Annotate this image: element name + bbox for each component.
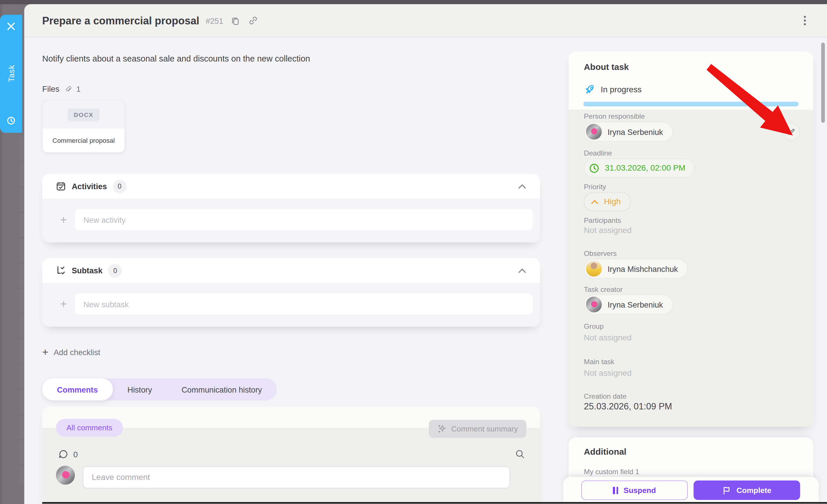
task-id: #251	[206, 16, 224, 25]
status-progress-bar	[583, 102, 798, 106]
copy-icon[interactable]	[231, 16, 241, 25]
dimmed-app-topbar	[0, 0, 827, 4]
person-responsible-chip[interactable]: Iryna Serbeniuk	[584, 122, 673, 142]
participants-value: Not assigned	[584, 225, 632, 235]
subtask-title: Subtask	[72, 266, 103, 275]
screen: Task Prepare a commercial proposal #251 …	[0, 0, 827, 504]
additional-title: Additional	[584, 447, 626, 457]
subtask-header: Subtask 0	[42, 258, 540, 283]
task-modal: Prepare a commercial proposal #251 Notif…	[25, 4, 827, 504]
all-comments-filter[interactable]: All comments	[56, 419, 123, 437]
sparkles-icon	[437, 424, 446, 434]
creation-date-value: 25.03.2026, 01:09 PM	[584, 402, 672, 412]
new-activity-input[interactable]	[75, 209, 533, 230]
task-creator-chip[interactable]: Iryna Serbeniuk	[584, 294, 673, 315]
main-task-label: Main task	[584, 358, 614, 366]
pause-icon	[613, 487, 619, 494]
main-task-value: Not assigned	[584, 368, 632, 378]
comment-bubble-icon	[58, 449, 68, 459]
deadline-value[interactable]: 31.03.2026, 02:00 PM	[584, 159, 694, 178]
status-selector[interactable]: In progress	[584, 84, 642, 95]
tab-comments[interactable]: Comments	[42, 378, 112, 400]
activities-section: Activities 0 +	[42, 174, 540, 242]
window-bottom-edge	[42, 502, 827, 503]
activities-count: 0	[113, 179, 126, 193]
rocket-icon	[584, 84, 595, 95]
person-responsible-label: Person responsible	[584, 112, 645, 120]
tab-communication-history[interactable]: Communication history	[167, 378, 277, 400]
task-title: Prepare a commercial proposal	[42, 14, 199, 27]
creation-date-label: Creation date	[584, 393, 627, 400]
paperclip-icon	[64, 85, 72, 93]
activities-header: Activities 0	[42, 174, 540, 199]
chevron-up-icon[interactable]	[518, 184, 526, 189]
tab-history[interactable]: History	[113, 378, 167, 400]
priority-label: Priority	[584, 183, 606, 190]
task-description: Notify clients about a seasonal sale and…	[42, 54, 310, 64]
comment-count: 0	[58, 449, 78, 459]
deadline-label: Deadline	[584, 149, 612, 157]
scrollbar-thumb[interactable]	[821, 43, 825, 123]
task-header: Prepare a commercial proposal #251	[25, 4, 827, 38]
about-task-title: About task	[584, 62, 629, 72]
file-card[interactable]: DOCX Commercial proposal	[42, 100, 125, 153]
observer-chip[interactable]: Iryna Mishchanchuk	[584, 259, 688, 279]
avatar	[586, 261, 601, 277]
about-task-panel: About task In progress Person responsibl…	[569, 52, 813, 427]
kebab-menu-icon[interactable]	[800, 15, 810, 26]
pencil-icon	[787, 128, 795, 135]
subtask-icon	[56, 266, 66, 275]
status-label: In progress	[601, 85, 642, 94]
group-label: Group	[584, 322, 603, 330]
subtask-count: 0	[108, 264, 122, 277]
edit-responsible-button[interactable]	[782, 123, 800, 141]
priority-value[interactable]: High	[584, 192, 631, 211]
comment-summary-button[interactable]: Comment summary	[429, 420, 526, 438]
complete-button[interactable]: Complete	[694, 481, 800, 500]
detail-tabs: Comments History Communication history	[42, 378, 277, 400]
file-preview: DOCX	[43, 101, 124, 128]
observers-label: Observers	[584, 250, 617, 258]
clock-icon	[6, 116, 16, 125]
chevron-up-icon	[591, 199, 599, 204]
subtask-section: Subtask 0 +	[42, 258, 540, 327]
add-activity-plus-icon[interactable]: +	[60, 214, 67, 226]
chevron-up-icon[interactable]	[518, 268, 526, 273]
plus-icon: +	[42, 347, 48, 357]
avatar	[586, 296, 601, 312]
task-drawer-tab[interactable]: Task	[0, 15, 22, 133]
participants-label: Participants	[584, 217, 621, 224]
activities-title: Activities	[72, 182, 107, 190]
files-label: Files	[42, 85, 59, 94]
add-subtask-plus-icon[interactable]: +	[60, 299, 67, 311]
new-subtask-input[interactable]	[75, 293, 533, 315]
close-icon[interactable]	[7, 22, 15, 31]
custom-field-label: My custom field 1	[584, 468, 639, 475]
add-checklist-button[interactable]: + Add checklist	[42, 347, 100, 357]
comments-panel: All comments Comment summary 0	[42, 407, 540, 504]
task-action-bar: Suspend Complete	[563, 477, 819, 504]
flag-icon	[722, 486, 731, 495]
link-icon[interactable]	[248, 15, 258, 26]
file-name: Commercial proposal	[43, 128, 124, 152]
current-user-avatar	[56, 466, 75, 485]
file-type-badge: DOCX	[67, 108, 100, 121]
avatar	[586, 124, 601, 139]
side-tab-label: Task	[7, 65, 16, 82]
search-icon[interactable]	[515, 449, 525, 459]
clock-icon	[588, 163, 599, 173]
group-value: Not assigned	[584, 333, 632, 343]
files-header: Files 1	[42, 85, 81, 94]
files-count: 1	[77, 85, 81, 93]
leave-comment-input[interactable]	[83, 466, 510, 488]
calendar-check-icon	[56, 181, 66, 191]
suspend-button[interactable]: Suspend	[581, 481, 688, 500]
task-creator-label: Task creator	[584, 285, 623, 293]
